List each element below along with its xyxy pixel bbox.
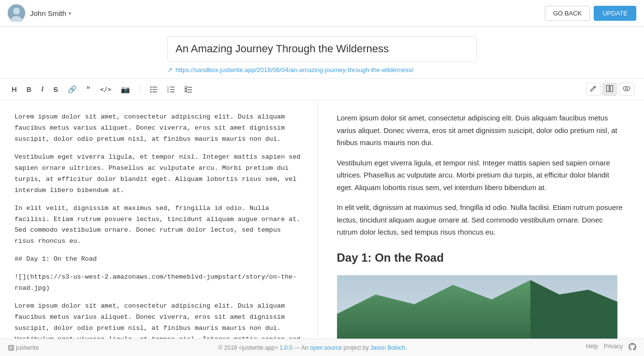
external-link-icon: ↗ [167,66,173,74]
preview-day1-heading: Day 1: On the Road [337,248,625,268]
footer-brand-area: justwrite [8,344,39,351]
italic-btn[interactable]: I [39,85,45,94]
editor-paragraph-4: Lorem ipsum dolor sit amet, consectetur … [15,301,303,339]
preview-paragraph-3: In elit velit, dignissim at maximus sed,… [337,201,625,238]
svg-point-1 [13,8,20,15]
toolbar-separator [140,85,140,94]
footer-copyright: © 2018 <justwrite.app> 1.0.0 — An open s… [218,344,407,351]
preview-paragraph-2: Vestibulum eget viverra ligula, et tempo… [337,157,625,194]
footer: justwrite © 2018 <justwrite.app> 1.0.0 —… [0,339,644,356]
preview-view-btn[interactable] [619,83,634,96]
editor-area: Lorem ipsum dolor sit amet, consectetur … [0,100,644,339]
title-input[interactable] [167,36,477,61]
preview-image-inner [337,275,617,339]
editor-image-line: ![](https://s3-us-west-2.amazonaws.com/t… [15,272,303,294]
image-btn[interactable]: 📷 [119,84,132,95]
code-btn[interactable]: </> [98,85,113,94]
svg-line-21 [594,87,595,88]
svg-point-25 [626,88,628,90]
toolbar-view-options [586,83,634,96]
title-area: ↗ https://sandbox.justwrite.app/2018/06/… [0,27,644,78]
avatar [8,4,25,22]
svg-rect-17 [185,91,187,93]
svg-point-8 [150,91,152,92]
editor-heading-line: ## Day 1: On the Road [15,254,303,265]
edit-view-btn[interactable] [586,83,600,96]
list-ul-btn[interactable] [148,85,160,94]
preview-paragraph-1: Lorem ipsum dolor sit amet, consectetur … [337,112,625,149]
footer-copyright-text: © 2018 <justwrite.app> 1.0.0 — An open s… [218,344,407,351]
quote-btn[interactable]: “ [85,84,92,95]
strikethrough-btn[interactable]: S [51,85,59,94]
svg-rect-16 [185,89,187,90]
post-url-row: ↗ https://sandbox.justwrite.app/2018/06/… [167,61,477,78]
justwrite-logo-icon [8,344,15,351]
footer-open-source-link[interactable]: open source [310,344,342,351]
split-view-btn[interactable] [602,83,617,96]
svg-point-24 [623,86,630,91]
svg-text:3: 3 [167,90,169,93]
main: ↗ https://sandbox.justwrite.app/2018/06/… [0,27,644,339]
footer-brand: justwrite [8,344,39,351]
footer-author-link[interactable]: Jason Bobich [370,344,405,351]
bold-btn[interactable]: B [25,85,33,94]
svg-rect-15 [185,86,187,88]
toolbar: H B I S 🔗 “ </> 📷 123 [0,78,644,100]
editor-paragraph-1: Lorem ipsum dolor sit amet, consectetur … [15,112,303,145]
list-ol-btn[interactable]: 123 [165,85,177,94]
user-name-label: John Smith [30,9,66,17]
svg-rect-22 [607,86,610,92]
header: John Smith ▾ GO BACK UPDATE [0,0,644,27]
editor-content[interactable]: Lorem ipsum dolor sit amet, consectetur … [15,112,303,339]
header-right: GO BACK UPDATE [545,6,636,21]
update-button[interactable]: UPDATE [594,6,636,21]
toolbar-formatting: H B I S 🔗 “ </> 📷 123 [10,84,194,95]
footer-help-link[interactable]: Help [586,343,598,352]
go-back-button[interactable]: GO BACK [545,6,590,21]
svg-point-7 [150,89,152,90]
chevron-down-icon: ▾ [69,11,71,16]
header-left: John Smith ▾ [8,4,71,22]
heading-btn[interactable]: H [10,84,19,94]
footer-version-link[interactable]: 1.0.0 [279,344,293,351]
svg-rect-23 [610,86,613,92]
preview-image [337,275,617,339]
editor-paragraph-3: In elit velit, dignissim at maximus sed,… [15,203,303,248]
footer-privacy-link[interactable]: Privacy [604,343,623,352]
editor-paragraph-2: Vestibulum eget viverra ligula, et tempo… [15,152,303,196]
post-url-link[interactable]: https://sandbox.justwrite.app/2018/06/04… [176,66,413,74]
preview-pane: Lorem ipsum dolor sit amet, consectetur … [318,100,644,339]
user-name-button[interactable]: John Smith ▾ [30,9,71,17]
github-icon [629,343,636,352]
svg-point-6 [150,86,152,88]
link-btn[interactable]: 🔗 [66,84,79,95]
footer-links: Help Privacy [586,343,636,352]
footer-brand-name: justwrite [16,344,39,351]
list-task-btn[interactable] [183,85,194,94]
editor-pane[interactable]: Lorem ipsum dolor sit amet, consectetur … [0,100,318,339]
